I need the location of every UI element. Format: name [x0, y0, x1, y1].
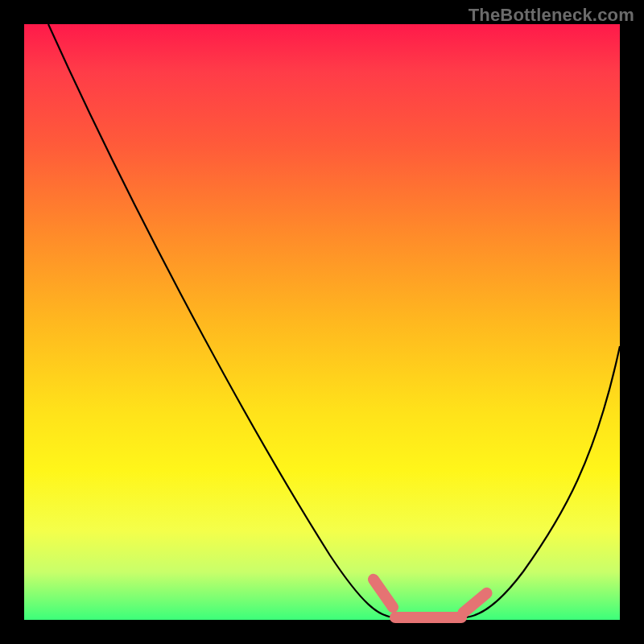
curve-svg [24, 24, 620, 620]
attribution-text: TheBottleneck.com [469, 5, 634, 26]
highlight-floor [390, 612, 467, 623]
chart-frame: TheBottleneck.com [0, 0, 644, 644]
highlight-right [456, 585, 495, 621]
bottleneck-curve [48, 24, 620, 617]
plot-area [24, 24, 620, 620]
highlight-left [365, 572, 401, 615]
